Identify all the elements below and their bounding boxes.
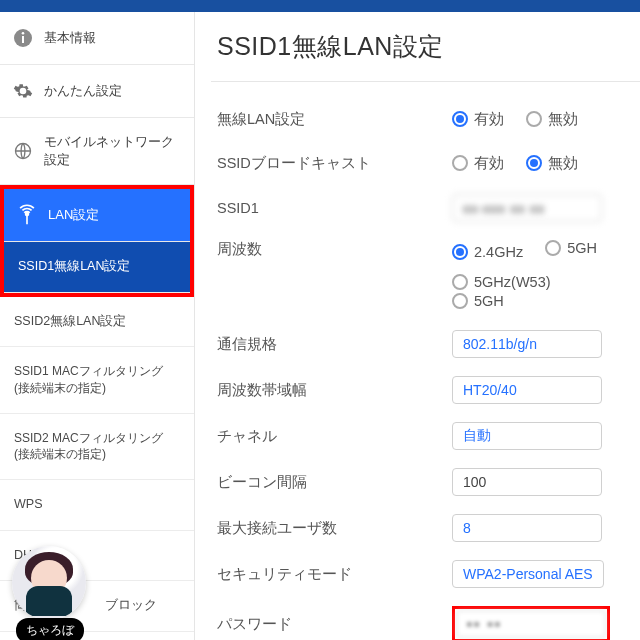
sidebar-sub-wps[interactable]: WPS xyxy=(0,480,194,531)
radio-freq-24ghz[interactable]: 2.4GHz xyxy=(452,244,523,260)
sidebar-sub-ssid1-mac-filter[interactable]: SSID1 MACフィルタリング (接続端末の指定) xyxy=(0,347,194,414)
radio-broadcast-disable[interactable]: 無効 xyxy=(526,154,578,173)
row-label: 周波数 xyxy=(217,240,452,259)
row-password: パスワード ▪▪ ▪▪ xyxy=(217,606,640,640)
standard-select[interactable]: 802.11b/g/n xyxy=(452,330,602,358)
antenna-icon xyxy=(16,204,38,226)
radio-wlan-enable[interactable]: 有効 xyxy=(452,110,504,129)
channel-select[interactable]: 自動 xyxy=(452,422,602,450)
row-standard: 通信規格 802.11b/g/n xyxy=(217,330,640,358)
row-label: 最大接続ユーザ数 xyxy=(217,519,452,538)
radio-label: 5GH xyxy=(567,240,597,256)
radio-label: 無効 xyxy=(548,110,578,129)
window-top-bar xyxy=(0,0,640,12)
row-label: 無線LAN設定 xyxy=(217,110,452,129)
sidebar-sub-ssid1-wlan[interactable]: SSID1無線LAN設定 xyxy=(4,242,190,293)
row-frequency: 周波数 2.4GHz 5GH 5GHz(W53) 5GH xyxy=(217,240,640,312)
max-users-select[interactable]: 8 xyxy=(452,514,602,542)
password-input[interactable]: ▪▪ ▪▪ xyxy=(456,610,606,638)
security-select[interactable]: WPA2-Personal AES xyxy=(452,560,604,588)
sidebar-item-basic-info[interactable]: 基本情報 xyxy=(0,12,194,65)
radio-freq-5ghz-b[interactable]: 5GH xyxy=(452,293,504,309)
sidebar-item-label-sub: (接続端末の指定) xyxy=(14,381,106,395)
divider xyxy=(211,81,640,82)
sidebar-sub-ssid2-mac-filter[interactable]: SSID2 MACフィルタリング (接続端末の指定) xyxy=(0,414,194,481)
sidebar-item-label: かんたん設定 xyxy=(44,82,122,100)
radio-freq-5ghz-w53[interactable]: 5GHz(W53) xyxy=(452,274,551,290)
sidebar-item-label: SSID2無線LAN設定 xyxy=(14,314,126,328)
row-label: チャネル xyxy=(217,427,452,446)
svg-point-4 xyxy=(26,213,29,216)
sidebar-sub-ssid2-wlan[interactable]: SSID2無線LAN設定 xyxy=(0,297,194,348)
radio-label: 無効 xyxy=(548,154,578,173)
row-label: SSID1 xyxy=(217,200,452,216)
row-max-users: 最大接続ユーザ数 8 xyxy=(217,514,640,542)
radio-wlan-disable[interactable]: 無効 xyxy=(526,110,578,129)
sidebar-item-label: SSID2 MACフィルタリング xyxy=(14,431,163,445)
row-label: SSIDブロードキャスト xyxy=(217,154,452,173)
row-label: セキュリティモード xyxy=(217,565,452,584)
password-highlight: ▪▪ ▪▪ xyxy=(452,606,610,640)
sidebar-item-label: SSID1 MACフィルタリング xyxy=(14,364,163,378)
radio-label: 有効 xyxy=(474,110,504,129)
svg-rect-1 xyxy=(22,36,24,43)
sidebar-item-label: LAN設定 xyxy=(48,206,99,224)
radio-label: 5GH xyxy=(474,293,504,309)
main-panel: SSID1無線LAN設定 無線LAN設定 有効 無効 SSIDブロードキャスト … xyxy=(195,12,640,640)
row-ssid-broadcast: SSIDブロードキャスト 有効 無効 xyxy=(217,150,640,176)
row-bandwidth: 周波数帯域幅 HT20/40 xyxy=(217,376,640,404)
row-beacon: ビーコン間隔 100 xyxy=(217,468,640,496)
row-label: パスワード xyxy=(217,615,452,634)
sidebar-item-label: SSID1無線LAN設定 xyxy=(18,259,130,273)
row-channel: チャネル 自動 xyxy=(217,422,640,450)
sidebar-item-lan[interactable]: LAN設定 xyxy=(4,189,190,242)
row-label: 通信規格 xyxy=(217,335,452,354)
ssid1-input[interactable]: xx-xxx xx xx xyxy=(452,194,602,222)
avatar-name-tag: ちゃろぼ xyxy=(16,618,84,640)
sidebar-item-label: モバイルネットワーク設定 xyxy=(44,133,182,169)
row-label: ビーコン間隔 xyxy=(217,473,452,492)
radio-label: 5GHz(W53) xyxy=(474,274,551,290)
row-wlan-enable: 無線LAN設定 有効 無効 xyxy=(217,106,640,132)
sidebar-item-label: WPS xyxy=(14,497,42,511)
sidebar-item-easy-setup[interactable]: かんたん設定 xyxy=(0,65,194,118)
author-avatar: ちゃろぼ xyxy=(12,546,104,640)
avatar-image xyxy=(12,546,86,620)
svg-point-2 xyxy=(22,32,25,35)
bandwidth-select[interactable]: HT20/40 xyxy=(452,376,602,404)
radio-label: 有効 xyxy=(474,154,504,173)
radio-broadcast-enable[interactable]: 有効 xyxy=(452,154,504,173)
beacon-input[interactable]: 100 xyxy=(452,468,602,496)
row-security-mode: セキュリティモード WPA2-Personal AES xyxy=(217,560,640,588)
globe-icon xyxy=(12,140,34,162)
radio-label: 2.4GHz xyxy=(474,244,523,260)
page-title: SSID1無線LAN設定 xyxy=(217,30,640,63)
sidebar-item-mobile-network[interactable]: モバイルネットワーク設定 xyxy=(0,118,194,185)
row-ssid1-name: SSID1 xx-xxx xx xx xyxy=(217,194,640,222)
sidebar-item-label: 基本情報 xyxy=(44,29,96,47)
info-icon xyxy=(12,27,34,49)
radio-freq-5ghz-a[interactable]: 5GH xyxy=(545,240,597,256)
gear-icon xyxy=(12,80,34,102)
row-label: 周波数帯域幅 xyxy=(217,381,452,400)
sidebar-highlight-lan: LAN設定 SSID1無線LAN設定 xyxy=(0,185,194,297)
sidebar-item-label-sub: (接続端末の指定) xyxy=(14,447,106,461)
